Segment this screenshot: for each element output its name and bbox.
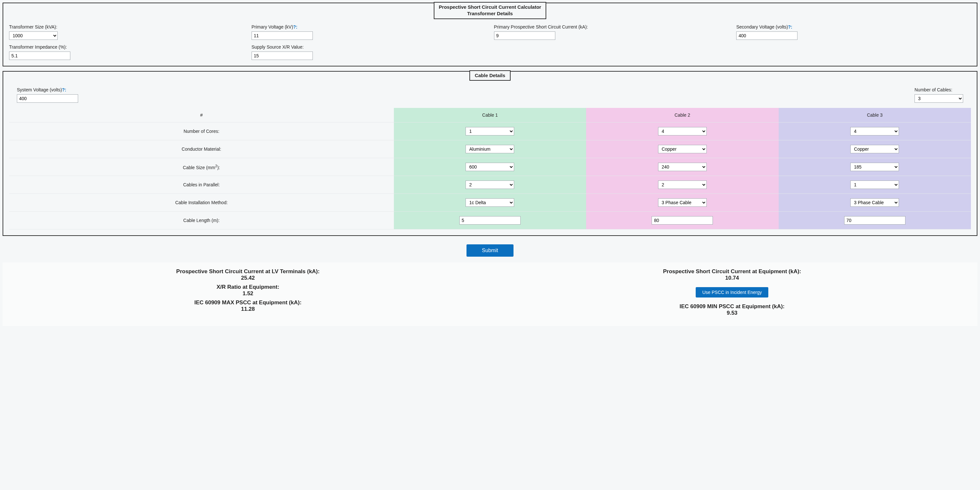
cores-select-1[interactable]: 1 [466,127,514,135]
field-system-voltage: System Voltage (volts)?: [17,87,486,103]
transformer-panel-title: Prospective Short Circuit Current Calcul… [434,2,547,19]
field-primary-pscc: Primary Prospective Short Circuit Curren… [494,24,729,40]
xr-ratio-value: 1.52 [12,290,484,297]
number-of-cables-select[interactable]: 3 [915,94,963,103]
transformer-size-select[interactable]: 1000 [9,32,58,40]
size-label: Cable Size (mm2): [9,158,394,176]
table-row-parallel: Cables in Parallel: 2 2 1 [9,176,971,194]
field-secondary-voltage: Secondary Voltage (volts)?: [736,24,971,40]
cable-2-header: Cable 2 [586,108,778,123]
size-select-1[interactable]: 600 [466,163,514,171]
cable-1-header: Cable 1 [394,108,586,123]
results-panel: Prospective Short Circuit Current at LV … [3,262,977,326]
length-input-2[interactable] [652,216,713,224]
material-select-2[interactable]: Copper [658,145,707,153]
field-impedance: Transformer Impedance (%): [9,45,244,60]
size-select-2[interactable]: 240 [658,163,707,171]
field-number-of-cables: Number of Cables: 3 [494,87,964,103]
max-pscc-label: IEC 60909 MAX PSCC at Equipment (kA): [12,299,484,306]
install-select-3[interactable]: 3 Phase Cable [850,198,899,207]
length-input-3[interactable] [844,216,905,224]
table-header-row: # Cable 1 Cable 2 Cable 3 [9,108,971,123]
material-select-1[interactable]: Aluminium [466,145,514,153]
parallel-select-1[interactable]: 2 [466,180,514,189]
primary-pscc-input[interactable] [494,32,555,40]
primary-pscc-label: Primary Prospective Short Circuit Curren… [494,24,729,30]
help-icon[interactable]: ?: [62,87,66,92]
secondary-voltage-label: Secondary Voltage (volts)?: [736,24,971,30]
help-icon[interactable]: ?: [293,24,297,30]
lv-pscc-label: Prospective Short Circuit Current at LV … [12,268,484,275]
table-row-cores: Number of Cores: 1 4 4 [9,122,971,140]
spacer [736,45,971,60]
min-pscc-label: IEC 60909 MIN PSCC at Equipment (kA): [496,303,968,310]
field-transformer-size: Transformer Size (kVA): 1000 [9,24,244,40]
impedance-label: Transformer Impedance (%): [9,45,244,49]
table-row-size: Cable Size (mm2): 600 240 185 [9,158,971,176]
parallel-label: Cables in Parallel: [9,176,394,194]
cores-select-2[interactable]: 4 [658,127,707,135]
parallel-select-3[interactable]: 1 [850,180,899,189]
min-pscc-value: 9.53 [496,310,968,316]
xr-label: Supply Source X/R Value: [251,45,486,49]
cable-table: # Cable 1 Cable 2 Cable 3 Number of Core… [9,108,971,229]
number-of-cables-label: Number of Cables: [915,87,963,92]
cable-3-header: Cable 3 [779,108,971,123]
primary-voltage-label: Primary Voltage (kV)?: [251,24,486,30]
cores-label: Number of Cores: [9,122,394,140]
system-voltage-input[interactable] [17,94,78,103]
cores-select-3[interactable]: 4 [850,127,899,135]
lv-pscc-value: 25.42 [12,275,484,281]
material-label: Conductor Material: [9,140,394,158]
system-voltage-label: System Voltage (volts)?: [17,87,486,92]
cable-details-panel: Cable Details System Voltage (volts)?: N… [3,71,977,236]
material-select-3[interactable]: Copper [850,145,899,153]
hash-header: # [9,108,394,123]
spacer [494,45,729,60]
results-col-right: Prospective Short Circuit Current at Equ… [496,266,968,316]
length-input-1[interactable] [459,216,521,224]
install-select-2[interactable]: 3 Phase Cable [658,198,707,207]
max-pscc-value: 11.28 [12,306,484,312]
submit-button[interactable]: Submit [466,244,514,257]
transformer-details-panel: Prospective Short Circuit Current Calcul… [3,3,977,67]
secondary-voltage-input[interactable] [736,32,797,40]
table-row-length: Cable Length (m): [9,211,971,229]
install-label: Cable Installation Method: [9,194,394,211]
use-pscc-button[interactable]: Use PSCC in Incident Energy [696,287,768,298]
results-col-left: Prospective Short Circuit Current at LV … [12,266,484,316]
eq-pscc-value: 10.74 [496,275,968,281]
table-row-material: Conductor Material: Aluminium Copper Cop… [9,140,971,158]
size-select-3[interactable]: 185 [850,163,899,171]
primary-voltage-input[interactable] [251,32,313,40]
cable-panel-title: Cable Details [469,70,510,81]
xr-ratio-label: X/R Ratio at Equipment: [12,284,484,290]
help-icon[interactable]: ?: [788,24,792,30]
title-line-2: Transformer Details [467,11,513,16]
title-line-1: Prospective Short Circuit Current Calcul… [439,4,541,10]
transformer-size-label: Transformer Size (kVA): [9,24,244,30]
install-select-1[interactable]: 1c Delta [466,198,514,207]
impedance-input[interactable] [9,51,70,60]
field-primary-voltage: Primary Voltage (kV)?: [251,24,486,40]
xr-input[interactable] [251,51,313,60]
parallel-select-2[interactable]: 2 [658,180,707,189]
field-xr: Supply Source X/R Value: [251,45,486,60]
eq-pscc-label: Prospective Short Circuit Current at Equ… [496,268,968,275]
table-row-install: Cable Installation Method: 1c Delta 3 Ph… [9,194,971,211]
length-label: Cable Length (m): [9,211,394,229]
